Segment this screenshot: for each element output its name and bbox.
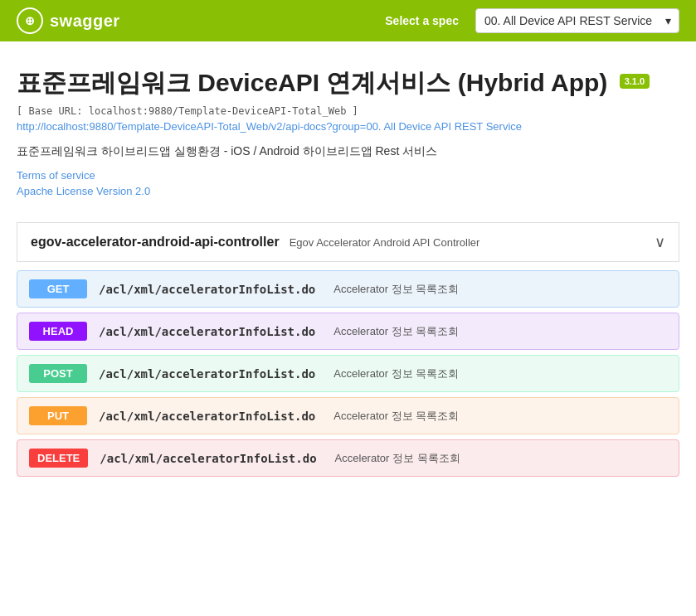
endpoint-row-get[interactable]: GET/acl/xml/acceleratorInfoList.doAccele…	[17, 270, 679, 308]
controller-description: Egov Accelerator Android API Controller	[290, 236, 655, 249]
api-title: 표준프레임워크 DeviceAPI 연계서비스 (Hybrid App) 3.1…	[17, 66, 679, 99]
controller-header[interactable]: egov-accelerator-android-api-controller …	[17, 222, 679, 262]
controller-section: egov-accelerator-android-api-controller …	[17, 222, 679, 477]
endpoint-path: /acl/xml/acceleratorInfoList.do	[99, 283, 315, 296]
version-badge: 3.1.0	[620, 74, 650, 89]
endpoint-summary: Accelerator 정보 목록조회	[333, 366, 459, 381]
spec-select-wrapper[interactable]: 00. All Device API REST Service	[475, 8, 679, 33]
method-badge-post: POST	[29, 364, 87, 383]
endpoint-row-post[interactable]: POST/acl/xml/acceleratorInfoList.doAccel…	[17, 355, 679, 392]
swagger-logo-icon: ⊕	[17, 7, 43, 34]
endpoint-summary: Accelerator 정보 목록조회	[333, 282, 459, 297]
controller-name: egov-accelerator-android-api-controller	[31, 235, 280, 250]
apache-license-link[interactable]: Apache License Version 2.0	[17, 185, 679, 197]
method-badge-delete: DELETE	[29, 449, 88, 468]
api-docs-link[interactable]: http://localhost:9880/Template-DeviceAPI…	[17, 120, 679, 133]
spec-select[interactable]: 00. All Device API REST Service	[475, 8, 679, 33]
logo-area: ⊕ swagger	[17, 7, 120, 34]
endpoint-row-delete[interactable]: DELETE/acl/xml/acceleratorInfoList.doAcc…	[17, 439, 679, 477]
chevron-down-icon[interactable]: ∨	[655, 233, 665, 251]
select-spec-label: Select a spec	[385, 14, 459, 27]
terms-of-service-link[interactable]: Terms of service	[17, 169, 679, 182]
endpoint-path: /acl/xml/acceleratorInfoList.do	[99, 367, 315, 381]
base-url: [ Base URL: localhost:9880/Template-Devi…	[17, 105, 679, 117]
api-description: 표준프레임워크 하이브리드앱 실행환경 - iOS / Android 하이브리…	[17, 144, 679, 159]
endpoints-list: GET/acl/xml/acceleratorInfoList.doAccele…	[17, 270, 679, 477]
api-title-block: 표준프레임워크 DeviceAPI 연계서비스 (Hybrid App) 3.1…	[17, 66, 679, 99]
header: ⊕ swagger Select a spec 00. All Device A…	[0, 0, 696, 41]
logo-text: swagger	[50, 12, 120, 31]
endpoint-summary: Accelerator 정보 목록조회	[335, 451, 460, 466]
endpoint-row-put[interactable]: PUT/acl/xml/acceleratorInfoList.doAccele…	[17, 397, 679, 434]
endpoint-summary: Accelerator 정보 목록조회	[333, 324, 459, 339]
method-badge-head: HEAD	[29, 322, 87, 341]
method-badge-get: GET	[29, 279, 87, 298]
endpoint-summary: Accelerator 정보 목록조회	[333, 409, 459, 424]
method-badge-put: PUT	[29, 406, 87, 425]
api-title-text: 표준프레임워크 DeviceAPI 연계서비스 (Hybrid App)	[17, 69, 607, 96]
endpoint-path: /acl/xml/acceleratorInfoList.do	[99, 410, 315, 423]
main-content: 표준프레임워크 DeviceAPI 연계서비스 (Hybrid App) 3.1…	[0, 41, 696, 493]
endpoint-row-head[interactable]: HEAD/acl/xml/acceleratorInfoList.doAccel…	[17, 313, 679, 350]
endpoint-path: /acl/xml/acceleratorInfoList.do	[99, 325, 315, 338]
endpoint-path: /acl/xml/acceleratorInfoList.do	[100, 452, 316, 465]
